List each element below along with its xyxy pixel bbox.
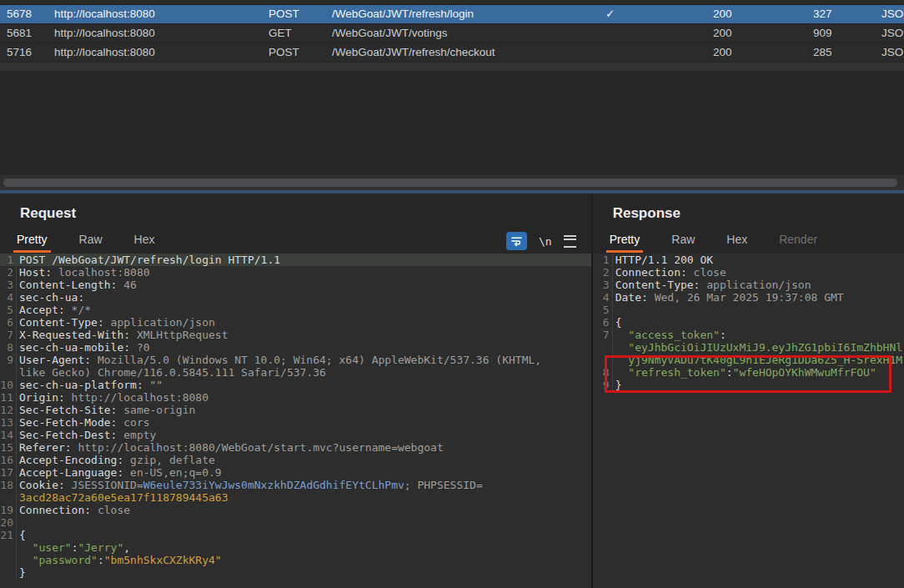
word-wrap-icon[interactable] — [506, 232, 527, 250]
editor-line[interactable]: 18Cookie: JSESSIONID=W6eule733iYwJws0mNx… — [0, 479, 591, 491]
editor-line[interactable]: 7X-Requested-With: XMLHttpRequest — [0, 329, 591, 341]
horizontal-scrollbar[interactable] — [0, 175, 904, 190]
editor-line[interactable]: } — [0, 566, 591, 579]
editor-line[interactable]: 9} — [593, 379, 904, 391]
editor-line[interactable]: 19Connection: close — [0, 504, 591, 516]
editor-line[interactable]: like Gecko) Chrome/116.0.5845.111 Safari… — [0, 366, 591, 379]
editor-line[interactable]: 15Referer: http://localhost:8080/WebGoat… — [0, 441, 591, 454]
tab-raw[interactable]: Raw — [74, 229, 108, 253]
tab-raw[interactable]: Raw — [666, 229, 700, 253]
editor-line[interactable]: 13Sec-Fetch-Mode: cors — [0, 416, 591, 429]
editor-line[interactable]: 3Content-Type: application/json — [593, 279, 904, 291]
request-header-icons: \n — [506, 232, 576, 250]
table-row[interactable]: 5716http://localhost:8080POST/WebGoat/JW… — [0, 43, 904, 63]
editor-line[interactable]: 4sec-ch-ua: — [0, 291, 591, 304]
tab-pretty[interactable]: Pretty — [605, 229, 645, 253]
editor-line[interactable]: 12Sec-Fetch-Site: same-origin — [0, 404, 591, 416]
line-code: Connection: close — [613, 266, 726, 279]
tab-pretty[interactable]: Pretty — [12, 229, 53, 253]
line-code: 3acd28ac72a60e5ea17f118789445a63 — [17, 491, 228, 504]
line-number: 7 — [0, 329, 17, 341]
scrollbar-thumb[interactable] — [3, 178, 897, 187]
editor-line[interactable]: 1HTTP/1.1 200 OK — [593, 254, 904, 266]
line-code: } — [17, 566, 26, 579]
line-code: Content-Length: 46 — [17, 279, 137, 291]
line-number: 6 — [0, 316, 17, 329]
cell-id: 5681 — [7, 24, 48, 43]
editor-line[interactable]: 6{ — [593, 316, 904, 329]
line-code: Host: localhost:8080 — [17, 266, 150, 279]
cell-status: 200 — [713, 5, 763, 23]
line-code: sec-ch-ua-platform: "" — [17, 379, 163, 391]
editor-line[interactable]: 3Content-Length: 46 — [0, 279, 591, 291]
tab-render[interactable]: Render — [774, 229, 822, 253]
line-number: 13 — [0, 416, 17, 429]
hamburger-menu-icon[interactable] — [564, 235, 576, 248]
newline-icon[interactable]: \n — [539, 235, 552, 248]
line-number: 6 — [593, 316, 613, 329]
line-number: 3 — [593, 279, 613, 291]
cell-length: 285 — [813, 43, 851, 62]
line-number: 21 — [0, 529, 17, 541]
line-number — [0, 366, 17, 379]
line-code: Accept: */* — [17, 304, 91, 316]
editor-line[interactable]: 8sec-ch-ua-mobile: ?0 — [0, 341, 591, 354]
cell-length: 909 — [813, 24, 851, 43]
burp-proxy-view: 5678http://localhost:8080POST/WebGoat/JW… — [0, 0, 904, 588]
editor-line[interactable]: 7 "access_token": — [593, 329, 904, 341]
editor-line[interactable]: 4Date: Wed, 26 Mar 2025 19:37:08 GMT — [593, 291, 904, 304]
line-code: { — [613, 316, 622, 329]
editor-line[interactable]: 3acd28ac72a60e5ea17f118789445a63 — [0, 491, 591, 504]
line-code: POST /WebGoat/JWT/refresh/login HTTP/1.1 — [17, 254, 280, 266]
line-code: X-Requested-With: XMLHttpRequest — [17, 329, 228, 341]
editor-line[interactable]: 14Sec-Fetch-Dest: empty — [0, 429, 591, 441]
editor-line[interactable]: "eyJhbGciOiJIUzUxMiJ9.eyJhZG1pbiI6ImZhbH… — [593, 341, 904, 354]
editor-line[interactable]: yj9NmyVADu7tK40gL9h1EJeRg1DDa6Z5_H-SrexH… — [593, 354, 904, 366]
editor-line[interactable]: 8 "refresh_token":"wfeHOpOYKhWMwuMfrFOU" — [593, 366, 904, 379]
line-number: 14 — [0, 429, 17, 441]
line-number: 20 — [0, 516, 17, 529]
cell-url: /WebGoat/JWT/refresh/login — [332, 5, 603, 23]
request-editor[interactable]: 1POST /WebGoat/JWT/refresh/login HTTP/1.… — [0, 254, 591, 588]
line-code: "refresh_token":"wfeHOpOYKhWMwuMfrFOU" — [613, 366, 876, 379]
editor-line[interactable]: 21{ — [0, 529, 591, 541]
line-code: Cookie: JSESSIONID=W6eule733iYwJws0mNxzk… — [17, 479, 483, 491]
editor-line[interactable]: 2Host: localhost:8080 — [0, 266, 591, 279]
response-tab-list: PrettyRawHexRender — [605, 229, 844, 253]
line-code: yj9NmyVADu7tK40gL9h1EJeRg1DDa6Z5_H-SrexH… — [613, 354, 902, 366]
cell-id: 5678 — [7, 5, 48, 23]
empty-row-stripe — [0, 63, 904, 71]
editor-line[interactable]: 17Accept-Language: en-US,en;q=0.9 — [0, 466, 591, 479]
response-panel: Response PrettyRawHexRender 1HTTP/1.1 20… — [591, 193, 904, 588]
editor-line[interactable]: 11Origin: http://localhost:8080 — [0, 391, 591, 404]
editor-line[interactable]: 5 — [593, 304, 904, 316]
cell-status: 200 — [713, 43, 763, 62]
response-editor[interactable]: 1HTTP/1.1 200 OK2Connection: close3Conte… — [593, 254, 904, 588]
editor-line[interactable]: 9User-Agent: Mozilla/5.0 (Windows NT 10.… — [0, 354, 591, 366]
editor-line[interactable]: 10sec-ch-ua-platform: "" — [0, 379, 591, 391]
table-row[interactable]: 5681http://localhost:8080GET/WebGoat/JWT… — [0, 24, 904, 43]
tab-hex[interactable]: Hex — [129, 229, 160, 253]
line-number: 19 — [0, 504, 17, 516]
line-code: sec-ch-ua: — [17, 291, 84, 304]
editor-line[interactable]: 6Content-Type: application/json — [0, 316, 591, 329]
line-number — [593, 354, 613, 366]
editor-line[interactable]: 16Accept-Encoding: gzip, deflate — [0, 454, 591, 466]
line-number: 3 — [0, 279, 17, 291]
tab-hex[interactable]: Hex — [721, 229, 752, 253]
editor-line[interactable]: 20 — [0, 516, 591, 529]
line-code: } — [613, 379, 622, 391]
line-code: Connection: close — [17, 504, 130, 516]
line-number: 8 — [593, 366, 613, 379]
cell-url: /WebGoat/JWT/votings — [332, 24, 603, 43]
cell-method: POST — [269, 43, 327, 62]
table-row[interactable]: 5678http://localhost:8080POST/WebGoat/JW… — [0, 5, 904, 24]
editor-line[interactable]: "user":"Jerry", — [0, 541, 591, 554]
line-code: Sec-Fetch-Site: same-origin — [17, 404, 195, 416]
response-tabs: PrettyRawHexRender — [605, 229, 904, 254]
editor-line[interactable]: 5Accept: */* — [0, 304, 591, 316]
editor-line[interactable]: 2Connection: close — [593, 266, 904, 279]
editor-line[interactable]: "password":"bm5nhSkxCXZkKRy4" — [0, 554, 591, 566]
line-code: Sec-Fetch-Dest: empty — [17, 429, 156, 441]
editor-line[interactable]: 1POST /WebGoat/JWT/refresh/login HTTP/1.… — [0, 254, 591, 266]
